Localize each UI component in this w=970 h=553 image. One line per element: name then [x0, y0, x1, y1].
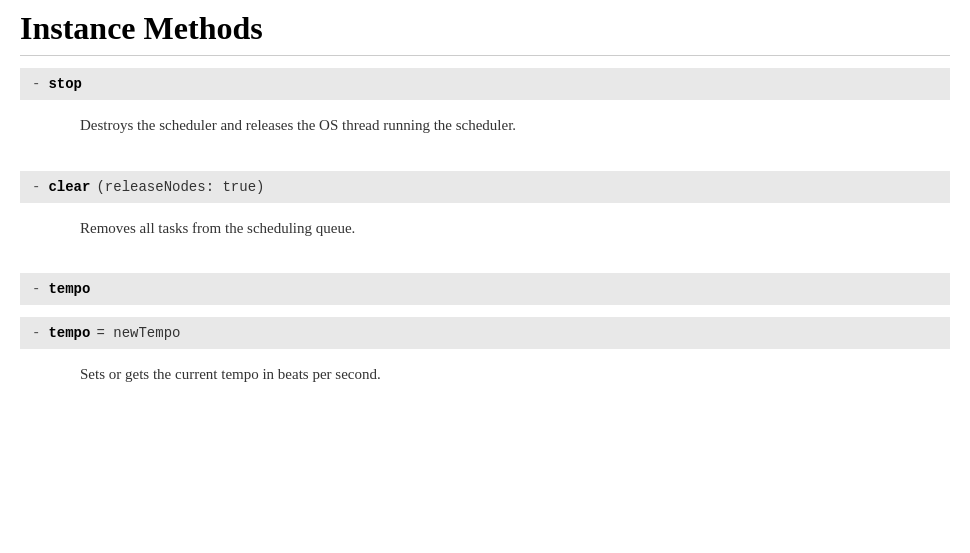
method-minus-clear: -: [32, 179, 40, 195]
method-minus-tempo-setter: -: [32, 325, 40, 341]
method-name-tempo-setter: tempo: [48, 325, 90, 341]
method-name-tempo-getter: tempo: [48, 281, 90, 297]
method-description-clear: Removes all tasks from the scheduling qu…: [20, 203, 950, 254]
method-params-clear: (releaseNodes: true): [96, 179, 264, 195]
method-description-tempo-setter: Sets or gets the current tempo in beats …: [20, 349, 950, 400]
method-header-clear: - clear (releaseNodes: true): [20, 171, 950, 203]
instance-methods-section: - stop Destroys the scheduler and releas…: [20, 68, 950, 400]
method-params-tempo-setter: = newTempo: [96, 325, 180, 341]
method-minus-stop: -: [32, 76, 40, 92]
spacer-1: [20, 151, 950, 159]
method-minus-tempo-getter: -: [32, 281, 40, 297]
spacer-2: [20, 253, 950, 261]
method-header-stop: - stop: [20, 68, 950, 100]
method-name-clear: clear: [48, 179, 90, 195]
method-header-tempo-getter: - tempo: [20, 273, 950, 305]
method-name-stop: stop: [48, 76, 82, 92]
method-header-tempo-setter: - tempo = newTempo: [20, 317, 950, 349]
method-description-stop: Destroys the scheduler and releases the …: [20, 100, 950, 151]
page-title: Instance Methods: [20, 10, 950, 56]
